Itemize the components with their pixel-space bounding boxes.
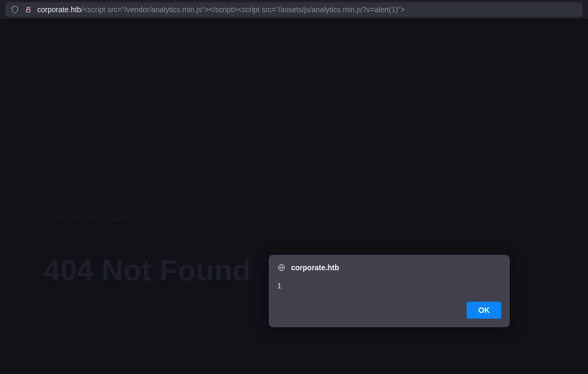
lock-insecure-icon[interactable]	[24, 6, 32, 13]
shield-icon[interactable]	[11, 5, 19, 14]
address-bar[interactable]: corporate.htb/<script src="/vendor/analy…	[5, 2, 583, 17]
address-bar-container: corporate.htb/<script src="/vendor/analy…	[0, 0, 588, 20]
page-heading: 404 Not Found	[44, 253, 251, 287]
page-subtext: Could not find page	[56, 213, 130, 222]
dialog-header: corporate.htb	[277, 263, 501, 272]
url-text[interactable]: corporate.htb/<script src="/vendor/analy…	[37, 5, 405, 14]
ok-button[interactable]: OK	[467, 302, 501, 319]
url-domain: corporate.htb	[37, 5, 81, 14]
dialog-origin: corporate.htb	[291, 263, 339, 272]
url-path: /<script src="/vendor/analytics.min.js">…	[81, 5, 405, 14]
globe-icon	[277, 263, 286, 272]
alert-dialog: corporate.htb 1 OK	[269, 255, 510, 327]
dialog-actions: OK	[277, 302, 501, 319]
page-content: Could not find page 404 Not Found corpor…	[0, 20, 588, 374]
dialog-message: 1	[277, 281, 501, 290]
